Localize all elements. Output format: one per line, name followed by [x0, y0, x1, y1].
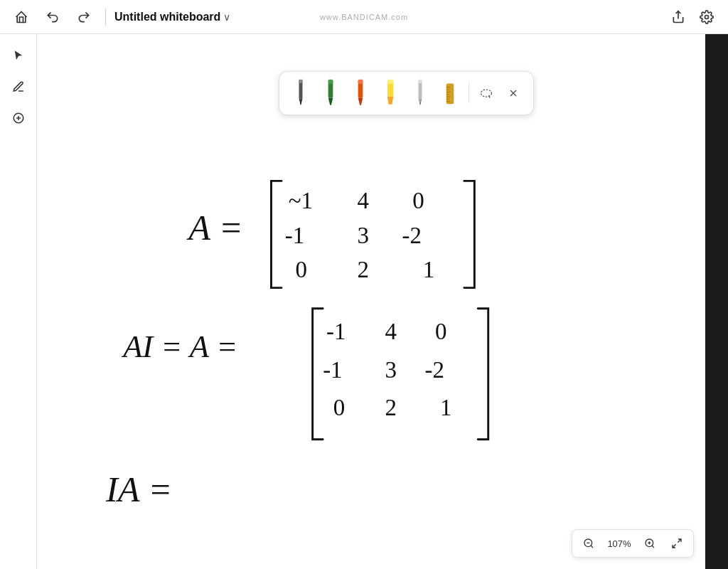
svg-text:1: 1	[440, 395, 451, 420]
zoom-out-button[interactable]	[578, 533, 599, 554]
svg-text:~1: ~1	[289, 188, 313, 213]
whiteboard-drawing: A = ~1 4 0 -1 3 -2 0 2 1 AI = A =	[37, 34, 705, 569]
settings-button[interactable]	[694, 4, 719, 30]
svg-text:-2: -2	[425, 357, 444, 383]
svg-line-62	[678, 539, 681, 543]
svg-text:4: 4	[358, 188, 369, 213]
main-area: A = ~1 4 0 -1 3 -2 0 2 1 AI = A =	[0, 34, 728, 569]
topbar-divider	[105, 9, 106, 26]
svg-text:A =: A =	[186, 208, 242, 248]
zoom-in-button[interactable]	[639, 533, 660, 554]
fit-to-screen-button[interactable]	[666, 533, 687, 554]
add-button[interactable]	[6, 105, 31, 131]
title-dropdown-arrow: ∨	[223, 11, 230, 23]
svg-text:2: 2	[385, 395, 396, 420]
svg-text:AI = A =: AI = A =	[121, 329, 237, 364]
page-title: Untitled whiteboard	[114, 11, 220, 23]
sidebar	[0, 34, 37, 569]
svg-text:-1: -1	[323, 357, 342, 383]
svg-line-63	[673, 544, 676, 548]
svg-line-59	[652, 546, 654, 548]
share-button[interactable]	[665, 4, 691, 30]
title-area[interactable]: Untitled whiteboard ∨	[114, 11, 230, 23]
svg-text:1: 1	[423, 257, 434, 282]
select-tool-button[interactable]	[6, 43, 31, 68]
svg-point-1	[705, 15, 709, 18]
svg-text:-1: -1	[326, 319, 346, 344]
svg-text:-2: -2	[402, 223, 422, 248]
canvas-area[interactable]: A = ~1 4 0 -1 3 -2 0 2 1 AI = A =	[37, 34, 705, 569]
svg-text:0: 0	[435, 319, 446, 344]
zoom-bar: 107%	[572, 529, 694, 558]
svg-text:3: 3	[385, 357, 396, 383]
topbar: Untitled whiteboard ∨ www.BANDICAM.com	[0, 0, 728, 34]
svg-text:3: 3	[358, 223, 369, 248]
undo-button[interactable]	[40, 4, 65, 30]
svg-text:2: 2	[358, 257, 369, 282]
pen-tool-button[interactable]	[6, 74, 31, 100]
svg-text:0: 0	[333, 395, 345, 420]
svg-text:4: 4	[385, 319, 396, 344]
topbar-right-actions	[665, 4, 719, 30]
redo-button[interactable]	[71, 4, 97, 30]
svg-text:0: 0	[295, 257, 306, 282]
svg-text:IA =: IA =	[105, 469, 172, 509]
home-button[interactable]	[9, 4, 34, 30]
watermark: www.BANDICAM.com	[320, 13, 408, 21]
zoom-level: 107%	[605, 538, 633, 549]
svg-line-56	[591, 546, 593, 548]
right-recording-border	[705, 34, 728, 569]
svg-text:-1: -1	[285, 223, 304, 248]
svg-text:0: 0	[412, 188, 424, 213]
